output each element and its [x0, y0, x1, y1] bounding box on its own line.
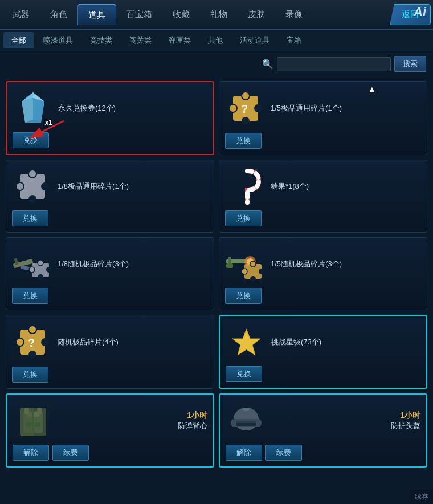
item-text-4: 糖果*1(8个) [271, 181, 421, 192]
svg-rect-52 [35, 422, 40, 427]
svg-point-38 [28, 326, 36, 334]
item-7-actions: 兑换 [12, 367, 208, 383]
item-8-exchange-button[interactable]: 兑换 [226, 366, 262, 382]
svg-point-11 [242, 117, 250, 125]
item-icon-star [226, 322, 267, 363]
item-5-actions: 兑换 [12, 288, 208, 304]
svg-rect-59 [243, 408, 249, 411]
item-1-actions: 兑换 [13, 132, 207, 148]
item-card-6: 1/5随机极品碎片(3个) 兑换 [219, 237, 427, 310]
svg-point-16 [41, 182, 49, 190]
svg-point-25 [38, 274, 43, 280]
subtab-magazine[interactable]: 弹匣类 [161, 32, 199, 48]
item-6-exchange-button[interactable]: 兑换 [225, 288, 262, 304]
tab-gift[interactable]: 礼物 [200, 5, 238, 25]
svg-point-10 [254, 104, 262, 112]
item-8-actions: 兑换 [226, 366, 420, 382]
item-count-1: x1 [45, 119, 52, 127]
svg-point-24 [46, 267, 52, 273]
svg-rect-29 [226, 263, 233, 268]
item-card-4: 糖果*1(8个) 兑换 [219, 160, 427, 233]
sub-navigation: 全部 喷漆道具 竞技类 闯关类 弹匣类 其他 活动道具 宝箱 [0, 30, 433, 51]
item-4-exchange-button[interactable]: 兑换 [225, 210, 262, 226]
item-card-5: 1/8随机极品碎片(3个) 兑换 [6, 237, 214, 310]
svg-point-26 [29, 267, 35, 273]
item-name-1: 永久兑换券(12个) [58, 103, 207, 113]
item-name-4: 糖果*1(8个) [271, 181, 421, 192]
search-button[interactable]: 搜索 [394, 56, 426, 72]
svg-point-36 [242, 269, 247, 274]
tab-treasure[interactable]: 百宝箱 [116, 5, 162, 25]
svg-rect-49 [24, 408, 29, 414]
tab-collection[interactable]: 收藏 [162, 5, 200, 25]
svg-point-57 [231, 419, 236, 427]
item-icon-weapons-puzzle [12, 243, 53, 284]
item-text-8: 挑战星级(73个) [271, 337, 420, 347]
item-text-9: 1小时 防弹背心 [58, 410, 207, 431]
item-2-exchange-button[interactable]: 兑换 [225, 133, 262, 149]
tab-weapons[interactable]: 武器 [2, 5, 40, 25]
svg-text:?: ? [241, 103, 248, 115]
item-1-exchange-button[interactable]: 兑换 [13, 132, 49, 148]
tab-tools[interactable]: 道具 [77, 4, 116, 25]
svg-rect-50 [37, 408, 42, 414]
tab-roles[interactable]: 角色 [40, 5, 77, 25]
item-text-3: 1/8极品通用碎片(1个) [58, 181, 208, 192]
tab-skin[interactable]: 皮肤 [238, 5, 275, 25]
subtab-challenge[interactable]: 闯关类 [121, 32, 160, 48]
subtab-other[interactable]: 其他 [200, 32, 231, 48]
svg-point-34 [259, 269, 264, 274]
item-icon-crystal: x1 [13, 88, 54, 129]
item-icon-puzzle-silver [12, 166, 53, 207]
subtab-box[interactable]: 宝箱 [279, 32, 309, 48]
tab-replay[interactable]: 录像 [275, 5, 313, 25]
item-card-1: x1 永久兑换券(12个) 兑换 [6, 81, 214, 155]
item-text-5: 1/8随机极品碎片(3个) [58, 259, 208, 269]
item-card-2: ? 1/5极品通用碎片(1个) 兑换 [219, 81, 427, 155]
item-name-10: 防护头盔 [271, 421, 420, 431]
item-text-10: 1小时 防护头盔 [271, 410, 420, 431]
svg-point-9 [242, 92, 250, 100]
item-icon-helmet [226, 400, 267, 441]
item-3-exchange-button[interactable]: 兑换 [12, 210, 48, 226]
svg-point-12 [229, 104, 237, 112]
svg-point-40 [28, 351, 36, 359]
item-icon-candy [225, 166, 266, 207]
item-time-label-10: 1小时 [271, 410, 420, 421]
item-name-7: 随机极品碎片(4个) [58, 337, 208, 347]
item-icon-puzzle-question: ? [12, 322, 53, 363]
item-10-unlock-button[interactable]: 解除 [226, 445, 262, 461]
svg-text:?: ? [28, 336, 35, 349]
item-card-3: 1/8极品通用碎片(1个) 兑换 [6, 160, 214, 233]
subtab-competitive[interactable]: 竞技类 [82, 32, 120, 48]
svg-point-23 [38, 260, 43, 266]
subtab-spray[interactable]: 喷漆道具 [35, 32, 81, 48]
item-9-unlock-button[interactable]: 解除 [13, 445, 49, 461]
item-name-6: 1/5随机极品碎片(3个) [271, 259, 421, 269]
item-10-renew-button[interactable]: 续费 [265, 445, 302, 461]
item-text-6: 1/5随机极品碎片(3个) [271, 259, 421, 269]
subtab-activity[interactable]: 活动道具 [232, 32, 277, 48]
search-input[interactable] [277, 57, 391, 71]
item-card-10: 1小时 防护头盔 解除 续费 [219, 393, 427, 468]
item-name-8: 挑战星级(73个) [271, 337, 420, 347]
item-name-2: 1/5极品通用碎片(1个) [271, 103, 421, 113]
subtab-all[interactable]: 全部 [3, 32, 34, 48]
svg-point-41 [16, 338, 24, 346]
svg-rect-28 [228, 257, 231, 265]
item-3-actions: 兑换 [12, 210, 208, 226]
item-card-8: 挑战星级(73个) 兑换 [219, 315, 427, 389]
item-9-renew-button[interactable]: 续费 [52, 445, 89, 461]
item-2-actions: 兑换 [225, 133, 421, 149]
item-4-actions: 兑换 [225, 210, 421, 226]
svg-marker-3 [33, 98, 44, 123]
item-7-exchange-button[interactable]: 兑换 [12, 367, 48, 383]
item-icon-puzzle-gold: ? [225, 88, 266, 129]
svg-rect-51 [26, 422, 31, 427]
item-name-3: 1/8极品通用碎片(1个) [58, 181, 208, 192]
item-icon-vest [13, 400, 54, 441]
svg-point-58 [256, 419, 262, 427]
svg-point-18 [16, 182, 24, 190]
item-card-9: 1小时 防弹背心 解除 续费 [6, 393, 214, 468]
item-5-exchange-button[interactable]: 兑换 [12, 288, 48, 304]
